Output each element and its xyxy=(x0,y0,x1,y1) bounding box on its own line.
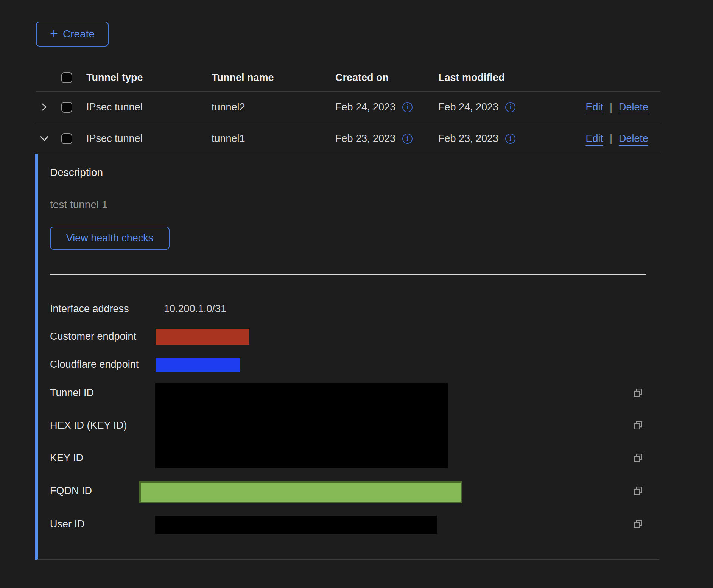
tunnels-page: + Create Tunnel type Tunnel name Created… xyxy=(0,0,713,588)
cloudflare-endpoint-redacted-value xyxy=(156,358,240,372)
hex-id-label: HEX ID (KEY ID) xyxy=(50,419,127,432)
panel-divider xyxy=(50,274,646,275)
table-header-row: Tunnel type Tunnel name Created on Last … xyxy=(36,64,660,92)
chevron-right-icon[interactable] xyxy=(39,102,49,112)
last-modified-value: Feb 24, 2023 xyxy=(438,101,498,113)
copy-icon[interactable] xyxy=(633,420,643,431)
copy-icon[interactable] xyxy=(633,519,643,529)
tunnels-table: Tunnel type Tunnel name Created on Last … xyxy=(36,64,660,154)
copy-icon[interactable] xyxy=(633,453,643,463)
customer-endpoint-label: Customer endpoint xyxy=(50,330,136,343)
user-id-redacted-value xyxy=(155,516,437,534)
description-label: Description xyxy=(50,166,103,179)
column-header-created-on: Created on xyxy=(335,72,438,84)
edit-link[interactable]: Edit xyxy=(585,133,603,145)
select-all-checkbox[interactable] xyxy=(61,72,72,83)
info-icon[interactable]: i xyxy=(505,102,515,112)
delete-link[interactable]: Delete xyxy=(619,101,648,113)
create-button[interactable]: + Create xyxy=(36,22,109,47)
description-value: test tunnel 1 xyxy=(50,199,108,211)
created-on-cell: Feb 24, 2023 i xyxy=(335,101,438,113)
last-modified-cell: Feb 24, 2023 i xyxy=(438,101,552,113)
column-header-tunnel-name: Tunnel name xyxy=(212,72,335,84)
column-header-last-modified: Last modified xyxy=(438,72,552,84)
row-actions: Edit | Delete xyxy=(585,92,648,123)
row-checkbox[interactable] xyxy=(61,133,72,144)
actions-separator: | xyxy=(610,133,612,145)
create-button-label: Create xyxy=(63,28,95,40)
view-health-checks-button[interactable]: View health checks xyxy=(50,227,170,250)
delete-link[interactable]: Delete xyxy=(619,133,648,145)
fqdn-id-label: FQDN ID xyxy=(50,484,92,497)
chevron-down-icon[interactable] xyxy=(39,133,50,144)
interface-address-label: Interface address xyxy=(50,302,129,315)
row-select-cell xyxy=(57,133,86,144)
copy-icon[interactable] xyxy=(633,387,643,398)
key-id-label: KEY ID xyxy=(50,451,83,464)
tunnel-name-cell: tunnel1 xyxy=(212,133,335,145)
copy-icon[interactable] xyxy=(633,485,643,496)
tunnel-type-cell: IPsec tunnel xyxy=(86,133,212,145)
fqdn-id-redacted-value xyxy=(139,481,462,503)
tunnel-id-label: Tunnel ID xyxy=(50,386,94,399)
plus-icon: + xyxy=(50,26,58,40)
user-id-label: User ID xyxy=(50,518,85,530)
table-row: IPsec tunnel tunnel1 Feb 23, 2023 i Feb … xyxy=(36,123,660,154)
interface-address-value: 10.200.1.0/31 xyxy=(164,302,226,315)
last-modified-cell: Feb 23, 2023 i xyxy=(438,133,552,145)
tunnel-type-cell: IPsec tunnel xyxy=(86,101,212,113)
expanded-tunnel-panel: Description test tunnel 1 View health ch… xyxy=(35,154,659,560)
info-icon[interactable]: i xyxy=(402,102,413,112)
row-checkbox[interactable] xyxy=(61,102,72,113)
created-on-cell: Feb 23, 2023 i xyxy=(335,133,438,145)
info-icon[interactable]: i xyxy=(402,134,413,144)
row-actions: Edit | Delete xyxy=(585,123,648,154)
table-row: IPsec tunnel tunnel2 Feb 24, 2023 i Feb … xyxy=(36,92,660,123)
created-on-value: Feb 24, 2023 xyxy=(335,101,395,113)
tunnel-id-hex-key-redacted-value xyxy=(155,383,448,468)
tunnel-name-cell: tunnel2 xyxy=(212,101,335,113)
last-modified-value: Feb 23, 2023 xyxy=(438,133,498,145)
actions-separator: | xyxy=(610,101,612,113)
select-all-cell xyxy=(57,72,86,83)
row-select-cell xyxy=(57,102,86,113)
cloudflare-endpoint-label: Cloudflare endpoint xyxy=(50,358,139,371)
edit-link[interactable]: Edit xyxy=(585,101,603,113)
created-on-value: Feb 23, 2023 xyxy=(335,133,395,145)
column-header-tunnel-type: Tunnel type xyxy=(86,72,212,84)
info-icon[interactable]: i xyxy=(505,134,515,144)
customer-endpoint-redacted-value xyxy=(156,329,249,345)
